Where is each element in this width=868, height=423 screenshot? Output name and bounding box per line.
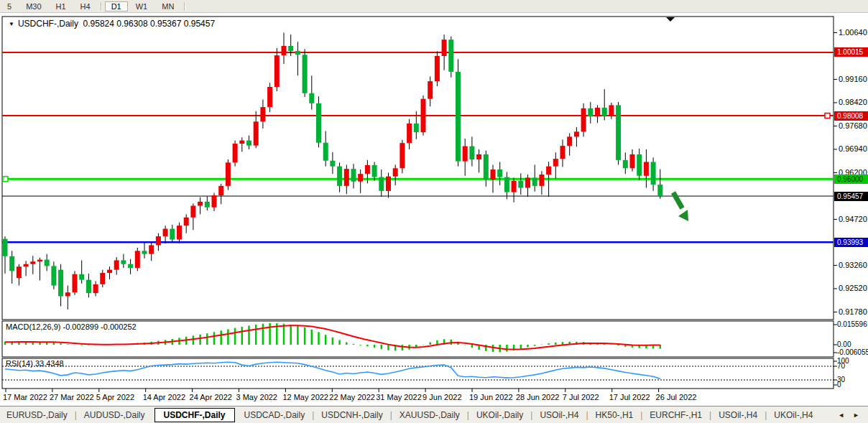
candle-body [448, 39, 453, 72]
candle-body [303, 55, 308, 93]
candle-body [156, 236, 161, 245]
chart-title: ▼USDCHF-,Daily 0.95824 0.96308 0.95367 0… [9, 19, 215, 29]
candle-body [414, 124, 419, 132]
candle-body [630, 154, 635, 168]
candle-body [463, 147, 468, 162]
candle-body [184, 218, 189, 226]
candle-body [484, 154, 489, 180]
candle-body [128, 264, 133, 268]
candle-body [267, 87, 272, 107]
candle-body [163, 229, 168, 237]
candle-body [73, 274, 78, 292]
candle-body [518, 181, 523, 188]
candle-body [539, 175, 544, 186]
chart-canvas[interactable] [0, 0, 868, 423]
rsi-indicator-label: RSI(14) 33.4348 [6, 359, 64, 368]
candle-body [497, 169, 502, 177]
candle-body [30, 261, 35, 264]
candle-body [233, 144, 238, 162]
candle-body [309, 93, 314, 103]
price-badge-1.00015: 1.00015 [834, 47, 868, 57]
candle-body [609, 105, 614, 116]
price-badge-0.95457: 0.95457 [834, 192, 868, 201]
candle-body [316, 103, 321, 143]
candle-body [651, 162, 656, 185]
candle-body [190, 206, 195, 218]
candle-body [365, 165, 370, 174]
candle-body [574, 131, 579, 136]
candle-body [546, 167, 551, 175]
candle-body [100, 273, 105, 284]
candle-body [504, 177, 509, 192]
candle-body [456, 72, 461, 162]
rsi-pane [2, 358, 834, 389]
candle-body [525, 177, 530, 187]
candle-body [560, 146, 565, 159]
price-badge-0.96000: 0.96000 [834, 175, 868, 184]
candle-body [337, 167, 342, 186]
candle-body [24, 264, 29, 267]
candle-body [421, 99, 426, 133]
chart-dropdown-icon[interactable]: ▼ [9, 21, 14, 27]
candle-body [149, 245, 154, 254]
candle-body [602, 108, 607, 116]
candle-body [65, 292, 70, 296]
candle-body [344, 169, 349, 186]
candle-body [407, 124, 412, 143]
candle-body [260, 107, 265, 121]
candle-body [51, 266, 56, 285]
candle-body [379, 177, 384, 191]
candle-body [17, 266, 22, 278]
candle-body [295, 51, 300, 55]
line-handle [825, 113, 830, 118]
candle-body [532, 177, 537, 185]
candle-body [37, 260, 42, 262]
candle-body [170, 229, 175, 240]
candle-body [581, 108, 586, 131]
candle-body [512, 181, 517, 192]
candle-body [9, 256, 14, 271]
candle-body [226, 162, 231, 185]
candle-body [3, 239, 8, 256]
macd-indicator-label: MACD(12,26,9) -0.002899 -0.000252 [6, 322, 137, 331]
candle-body [239, 141, 244, 144]
candle-body [93, 284, 98, 293]
candle-body [45, 260, 50, 266]
candle-body [428, 81, 433, 99]
candle-body [400, 143, 405, 168]
mt4-window: 5M30H1H4D1W1MN ▼USDCHF-,Daily 0.95824 0.… [0, 0, 868, 423]
candle-body [323, 143, 328, 161]
candle-body [212, 195, 217, 208]
candle-body [218, 186, 223, 195]
candle-body [616, 105, 621, 159]
candle-body [595, 108, 600, 116]
candle-body [79, 274, 84, 280]
candle-body [246, 141, 251, 146]
candle-body [476, 154, 481, 159]
candle-body [205, 202, 210, 208]
candle-body [644, 162, 649, 175]
main-price-pane [2, 17, 834, 320]
candle-body [657, 185, 662, 196]
candle-body [442, 39, 447, 56]
candle-body [254, 121, 259, 145]
candle-body [588, 108, 593, 116]
candle-body [358, 174, 363, 182]
candle-body [637, 154, 642, 176]
candle-body [107, 270, 112, 273]
line-handle [3, 177, 8, 182]
candle-body [553, 159, 558, 167]
candle-body [386, 177, 391, 191]
candle-body [435, 56, 440, 81]
candle-body [135, 251, 140, 268]
candle-body [114, 260, 119, 269]
chart-symbol-period: USDCHF-,Daily [18, 19, 78, 29]
candle-body [372, 165, 377, 177]
candle-body [282, 46, 287, 55]
candle-body [274, 55, 280, 87]
candle-body [351, 169, 356, 182]
candle-body [177, 226, 182, 239]
price-badge-0.93993: 0.93993 [834, 238, 868, 247]
price-badge-0.98008: 0.98008 [834, 111, 868, 121]
candle-body [393, 168, 398, 176]
